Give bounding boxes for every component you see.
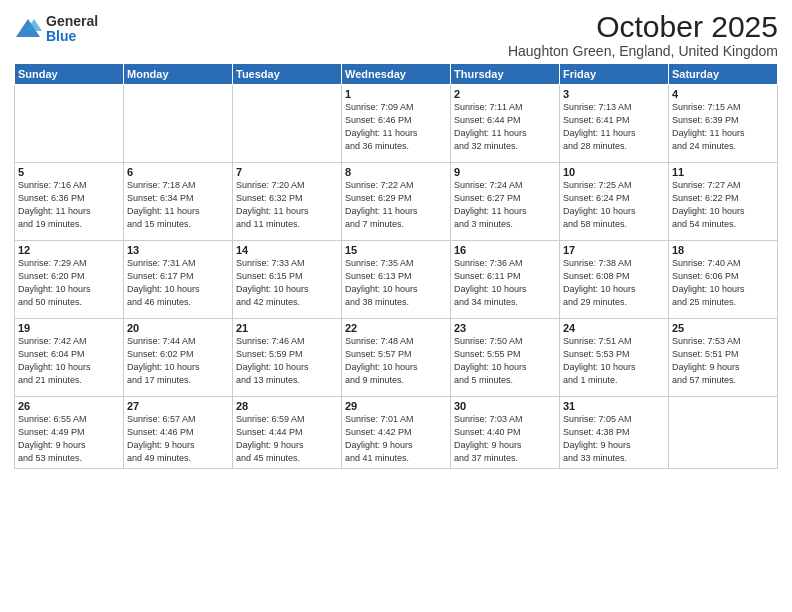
day-info: Sunrise: 7:48 AM Sunset: 5:57 PM Dayligh… [345, 335, 447, 387]
day-number: 7 [236, 166, 338, 178]
calendar-cell: 11Sunrise: 7:27 AM Sunset: 6:22 PM Dayli… [669, 163, 778, 241]
calendar-cell [15, 85, 124, 163]
day-info: Sunrise: 7:01 AM Sunset: 4:42 PM Dayligh… [345, 413, 447, 465]
header-row: Sunday Monday Tuesday Wednesday Thursday… [15, 64, 778, 85]
day-number: 24 [563, 322, 665, 334]
calendar-cell [669, 397, 778, 469]
day-info: Sunrise: 7:29 AM Sunset: 6:20 PM Dayligh… [18, 257, 120, 309]
calendar-cell: 12Sunrise: 7:29 AM Sunset: 6:20 PM Dayli… [15, 241, 124, 319]
col-thursday: Thursday [451, 64, 560, 85]
day-info: Sunrise: 7:33 AM Sunset: 6:15 PM Dayligh… [236, 257, 338, 309]
day-number: 23 [454, 322, 556, 334]
calendar-table: Sunday Monday Tuesday Wednesday Thursday… [14, 63, 778, 469]
logo-general: General [46, 14, 98, 29]
day-number: 29 [345, 400, 447, 412]
week-row-2: 12Sunrise: 7:29 AM Sunset: 6:20 PM Dayli… [15, 241, 778, 319]
day-number: 27 [127, 400, 229, 412]
calendar-cell: 7Sunrise: 7:20 AM Sunset: 6:32 PM Daylig… [233, 163, 342, 241]
day-number: 14 [236, 244, 338, 256]
calendar-cell: 27Sunrise: 6:57 AM Sunset: 4:46 PM Dayli… [124, 397, 233, 469]
day-number: 3 [563, 88, 665, 100]
col-saturday: Saturday [669, 64, 778, 85]
day-info: Sunrise: 7:03 AM Sunset: 4:40 PM Dayligh… [454, 413, 556, 465]
day-info: Sunrise: 7:50 AM Sunset: 5:55 PM Dayligh… [454, 335, 556, 387]
day-info: Sunrise: 7:25 AM Sunset: 6:24 PM Dayligh… [563, 179, 665, 231]
day-info: Sunrise: 7:16 AM Sunset: 6:36 PM Dayligh… [18, 179, 120, 231]
calendar-cell: 16Sunrise: 7:36 AM Sunset: 6:11 PM Dayli… [451, 241, 560, 319]
day-number: 1 [345, 88, 447, 100]
week-row-1: 5Sunrise: 7:16 AM Sunset: 6:36 PM Daylig… [15, 163, 778, 241]
day-number: 31 [563, 400, 665, 412]
day-number: 9 [454, 166, 556, 178]
day-number: 5 [18, 166, 120, 178]
calendar-cell: 9Sunrise: 7:24 AM Sunset: 6:27 PM Daylig… [451, 163, 560, 241]
calendar-cell: 23Sunrise: 7:50 AM Sunset: 5:55 PM Dayli… [451, 319, 560, 397]
day-info: Sunrise: 7:35 AM Sunset: 6:13 PM Dayligh… [345, 257, 447, 309]
day-number: 16 [454, 244, 556, 256]
logo: General Blue [14, 14, 98, 45]
title-block: October 2025 Haughton Green, England, Un… [508, 10, 778, 59]
calendar-cell [124, 85, 233, 163]
day-info: Sunrise: 7:09 AM Sunset: 6:46 PM Dayligh… [345, 101, 447, 153]
col-monday: Monday [124, 64, 233, 85]
day-info: Sunrise: 7:05 AM Sunset: 4:38 PM Dayligh… [563, 413, 665, 465]
week-row-3: 19Sunrise: 7:42 AM Sunset: 6:04 PM Dayli… [15, 319, 778, 397]
day-info: Sunrise: 7:24 AM Sunset: 6:27 PM Dayligh… [454, 179, 556, 231]
day-number: 11 [672, 166, 774, 178]
day-info: Sunrise: 7:11 AM Sunset: 6:44 PM Dayligh… [454, 101, 556, 153]
calendar-cell: 21Sunrise: 7:46 AM Sunset: 5:59 PM Dayli… [233, 319, 342, 397]
calendar-cell: 22Sunrise: 7:48 AM Sunset: 5:57 PM Dayli… [342, 319, 451, 397]
calendar-cell: 13Sunrise: 7:31 AM Sunset: 6:17 PM Dayli… [124, 241, 233, 319]
logo-text: General Blue [46, 14, 98, 45]
calendar-cell [233, 85, 342, 163]
day-number: 20 [127, 322, 229, 334]
day-info: Sunrise: 7:18 AM Sunset: 6:34 PM Dayligh… [127, 179, 229, 231]
col-wednesday: Wednesday [342, 64, 451, 85]
col-friday: Friday [560, 64, 669, 85]
day-info: Sunrise: 7:40 AM Sunset: 6:06 PM Dayligh… [672, 257, 774, 309]
calendar-cell: 17Sunrise: 7:38 AM Sunset: 6:08 PM Dayli… [560, 241, 669, 319]
day-info: Sunrise: 6:57 AM Sunset: 4:46 PM Dayligh… [127, 413, 229, 465]
day-number: 2 [454, 88, 556, 100]
calendar-cell: 30Sunrise: 7:03 AM Sunset: 4:40 PM Dayli… [451, 397, 560, 469]
week-row-0: 1Sunrise: 7:09 AM Sunset: 6:46 PM Daylig… [15, 85, 778, 163]
day-number: 8 [345, 166, 447, 178]
day-info: Sunrise: 7:31 AM Sunset: 6:17 PM Dayligh… [127, 257, 229, 309]
calendar-cell: 25Sunrise: 7:53 AM Sunset: 5:51 PM Dayli… [669, 319, 778, 397]
day-number: 17 [563, 244, 665, 256]
day-info: Sunrise: 7:15 AM Sunset: 6:39 PM Dayligh… [672, 101, 774, 153]
day-info: Sunrise: 7:51 AM Sunset: 5:53 PM Dayligh… [563, 335, 665, 387]
calendar-cell: 6Sunrise: 7:18 AM Sunset: 6:34 PM Daylig… [124, 163, 233, 241]
week-row-4: 26Sunrise: 6:55 AM Sunset: 4:49 PM Dayli… [15, 397, 778, 469]
day-number: 25 [672, 322, 774, 334]
day-number: 10 [563, 166, 665, 178]
calendar-cell: 26Sunrise: 6:55 AM Sunset: 4:49 PM Dayli… [15, 397, 124, 469]
day-info: Sunrise: 7:27 AM Sunset: 6:22 PM Dayligh… [672, 179, 774, 231]
day-number: 30 [454, 400, 556, 412]
day-info: Sunrise: 7:13 AM Sunset: 6:41 PM Dayligh… [563, 101, 665, 153]
day-number: 4 [672, 88, 774, 100]
col-sunday: Sunday [15, 64, 124, 85]
day-info: Sunrise: 6:59 AM Sunset: 4:44 PM Dayligh… [236, 413, 338, 465]
calendar-cell: 20Sunrise: 7:44 AM Sunset: 6:02 PM Dayli… [124, 319, 233, 397]
day-number: 12 [18, 244, 120, 256]
day-number: 28 [236, 400, 338, 412]
calendar-cell: 8Sunrise: 7:22 AM Sunset: 6:29 PM Daylig… [342, 163, 451, 241]
day-number: 22 [345, 322, 447, 334]
calendar-cell: 15Sunrise: 7:35 AM Sunset: 6:13 PM Dayli… [342, 241, 451, 319]
day-info: Sunrise: 7:20 AM Sunset: 6:32 PM Dayligh… [236, 179, 338, 231]
page: General Blue October 2025 Haughton Green… [0, 0, 792, 612]
day-number: 13 [127, 244, 229, 256]
logo-icon [14, 15, 42, 43]
logo-blue: Blue [46, 29, 98, 44]
day-number: 18 [672, 244, 774, 256]
day-info: Sunrise: 7:38 AM Sunset: 6:08 PM Dayligh… [563, 257, 665, 309]
calendar-cell: 19Sunrise: 7:42 AM Sunset: 6:04 PM Dayli… [15, 319, 124, 397]
day-info: Sunrise: 6:55 AM Sunset: 4:49 PM Dayligh… [18, 413, 120, 465]
calendar-cell: 4Sunrise: 7:15 AM Sunset: 6:39 PM Daylig… [669, 85, 778, 163]
col-tuesday: Tuesday [233, 64, 342, 85]
calendar-cell: 29Sunrise: 7:01 AM Sunset: 4:42 PM Dayli… [342, 397, 451, 469]
day-info: Sunrise: 7:46 AM Sunset: 5:59 PM Dayligh… [236, 335, 338, 387]
day-info: Sunrise: 7:22 AM Sunset: 6:29 PM Dayligh… [345, 179, 447, 231]
location-title: Haughton Green, England, United Kingdom [508, 43, 778, 59]
